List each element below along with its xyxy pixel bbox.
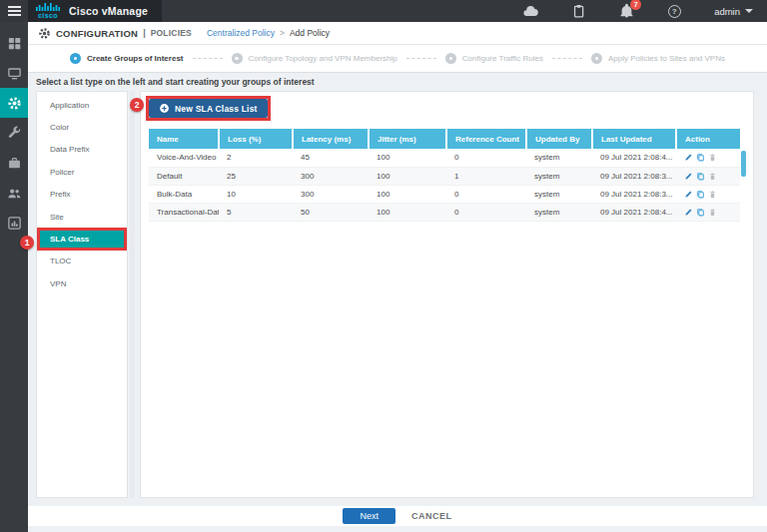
user-name: admin <box>714 6 740 17</box>
app-title: Cisco vManage <box>69 5 148 17</box>
copy-icon[interactable] <box>696 190 705 199</box>
table-row: Transactional-Data5501000system09 Jul 20… <box>149 203 740 221</box>
cell-latency: 50 <box>293 203 369 221</box>
configuration-gear-icon <box>38 27 51 40</box>
delete-trash-icon[interactable] <box>708 153 717 162</box>
cell-name: Default <box>149 167 219 185</box>
column-header-last-updated: Last Updated <box>592 129 676 149</box>
brand-block: cisco Cisco vManage <box>28 0 162 22</box>
wizard-footer: Next CANCEL <box>28 506 767 526</box>
column-header-updated-by: Updated By <box>526 129 592 149</box>
breadcrumb-separator: > <box>280 28 285 38</box>
nav-tools-icon[interactable] <box>0 118 28 148</box>
next-button[interactable]: Next <box>343 508 395 524</box>
breadcrumb-link-centralized-policy[interactable]: Centralized Policy <box>207 28 275 38</box>
step-connector <box>406 58 436 59</box>
notification-count-badge: 7 <box>630 0 641 10</box>
wizard-step-2[interactable]: Configure Topology and VPN Membership <box>232 53 397 64</box>
delete-trash-icon[interactable] <box>708 208 717 217</box>
cell-latency: 300 <box>293 185 369 203</box>
cell-name: Transactional-Data <box>149 203 219 221</box>
chevron-down-icon <box>745 9 753 13</box>
cell-loss: 5 <box>219 203 293 221</box>
step-indicator-icon <box>232 53 243 64</box>
plus-icon <box>159 103 170 114</box>
nav-configuration-icon[interactable] <box>0 88 28 118</box>
cell-last-updated: 09 Jul 2021 2:08:4... <box>592 203 676 221</box>
wizard-step-3[interactable]: Configure Traffic Rules <box>445 53 543 64</box>
cell-loss: 2 <box>219 149 293 167</box>
sidebar-item-application[interactable]: Application <box>37 94 127 116</box>
breadcrumb: CONFIGURATION | POLICIES Centralized Pol… <box>28 22 767 45</box>
step-connector <box>193 58 223 59</box>
cancel-button[interactable]: CANCEL <box>411 511 452 521</box>
step-indicator-icon <box>445 53 456 64</box>
delete-trash-icon[interactable] <box>708 190 717 199</box>
edit-pencil-icon[interactable] <box>684 208 693 217</box>
cisco-logo: cisco <box>36 3 60 19</box>
edit-pencil-icon[interactable] <box>684 172 693 181</box>
step-indicator-icon <box>70 53 81 64</box>
copy-icon[interactable] <box>696 153 705 162</box>
wizard-steps-bar: Create Groups of Interest Configure Topo… <box>28 45 767 73</box>
cell-actions <box>676 167 740 185</box>
sidebar-item-color[interactable]: Color <box>37 116 127 138</box>
cell-last-updated: 09 Jul 2021 2:08:3... <box>592 185 676 203</box>
cell-actions <box>676 203 740 221</box>
sidebar-item-policer[interactable]: Policer <box>37 161 127 183</box>
wizard-step-4[interactable]: Apply Policies to Sites and VPNs <box>591 53 725 64</box>
cloud-icon[interactable] <box>522 3 538 19</box>
cell-name: Bulk-Data <box>149 185 219 203</box>
table-header-row: NameLoss (%)Latency (ms)Jitter (ms)Refer… <box>149 129 740 149</box>
sidebar-item-data-prefix[interactable]: Data Prefix <box>37 139 127 161</box>
cell-last-updated: 09 Jul 2021 2:08:3... <box>592 167 676 185</box>
cell-reference-count: 1 <box>446 167 526 185</box>
edit-pencil-icon[interactable] <box>684 190 693 199</box>
sla-class-panel: New SLA Class List NameLoss (%)Latency (… <box>140 91 754 498</box>
user-menu[interactable]: admin <box>714 6 753 17</box>
sidebar-item-prefix[interactable]: Prefix <box>37 184 127 206</box>
nav-administration-icon[interactable] <box>0 178 28 208</box>
cisco-logo-bars <box>36 3 60 11</box>
breadcrumb-section: CONFIGURATION <box>56 28 138 39</box>
help-icon[interactable]: ? <box>666 3 682 19</box>
nav-maintenance-icon[interactable] <box>0 148 28 178</box>
copy-icon[interactable] <box>696 208 705 217</box>
column-header-latency-ms-: Latency (ms) <box>293 129 369 149</box>
nav-dashboard-icon[interactable] <box>0 28 28 58</box>
annotation-badge-2: 2 <box>130 98 144 112</box>
sidebar-item-sla-class[interactable]: SLA Class <box>37 228 127 250</box>
nav-monitor-icon[interactable] <box>0 58 28 88</box>
edit-pencil-icon[interactable] <box>684 153 693 162</box>
copy-icon[interactable] <box>696 172 705 181</box>
tasks-clipboard-icon[interactable] <box>570 3 586 19</box>
cell-last-updated: 09 Jul 2021 2:08:4... <box>592 149 676 167</box>
annotation-box-2: New SLA Class List <box>146 96 271 121</box>
sidebar-scrollbar[interactable] <box>130 91 135 498</box>
nav-analytics-icon[interactable] <box>0 208 28 238</box>
new-sla-class-list-button[interactable]: New SLA Class List <box>149 99 268 118</box>
menu-toggle-icon[interactable] <box>0 0 28 22</box>
page-instruction: Select a list type on the left and start… <box>36 77 315 87</box>
wizard-step-1[interactable]: Create Groups of Interest <box>70 53 183 64</box>
list-type-menu: ApplicationColorData PrefixPolicerPrefix… <box>37 92 127 295</box>
cell-jitter: 100 <box>369 185 446 203</box>
annotation-badge-1: 1 <box>20 236 34 250</box>
cell-loss: 25 <box>219 167 293 185</box>
breadcrumb-current-page: Add Policy <box>290 28 330 38</box>
cell-latency: 300 <box>293 167 369 185</box>
cell-name: Voice-And-Video <box>149 149 219 167</box>
table-scrollbar-thumb[interactable] <box>741 151 746 177</box>
notifications-bell-icon[interactable]: 7 <box>618 3 634 19</box>
cell-actions <box>676 149 740 167</box>
cell-loss: 10 <box>219 185 293 203</box>
delete-trash-icon[interactable] <box>708 172 717 181</box>
sidebar-item-site[interactable]: Site <box>37 206 127 228</box>
topbar-actions: 7 ? admin <box>522 3 767 19</box>
table-body: Voice-And-Video2451000system09 Jul 2021 … <box>149 149 740 221</box>
cell-reference-count: 0 <box>446 185 526 203</box>
sidebar-item-tloc[interactable]: TLOC <box>37 251 127 272</box>
cell-reference-count: 0 <box>446 149 526 167</box>
sidebar-item-vpn[interactable]: VPN <box>37 272 127 294</box>
left-nav-rail <box>0 22 28 532</box>
